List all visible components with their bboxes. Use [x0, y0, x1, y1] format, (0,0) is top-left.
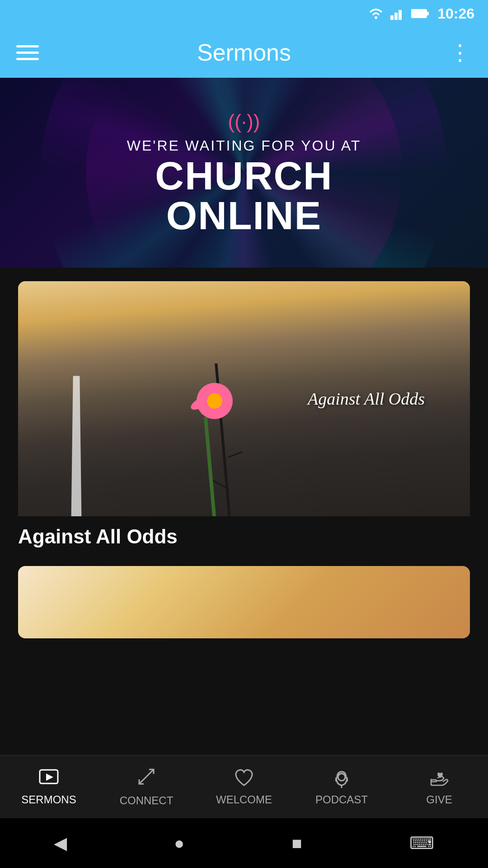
content-area: Against All Odds Against All Odds [0, 268, 488, 665]
flower-head [197, 383, 233, 419]
nav-label-welcome: WELCOME [216, 793, 272, 806]
android-recents-button[interactable]: ■ [292, 834, 302, 853]
nav-item-welcome[interactable]: WELCOME [195, 768, 293, 806]
svg-rect-1 [390, 15, 394, 20]
sermon-overlay-text-0: Against All Odds [308, 389, 425, 409]
hamburger-menu-button[interactable] [16, 45, 39, 60]
svg-marker-7 [46, 774, 53, 781]
svg-rect-3 [399, 10, 402, 20]
nav-icon-connect [136, 767, 156, 791]
status-time: 10:26 [437, 5, 474, 22]
signal-icon [390, 7, 405, 20]
sermon-card-1[interactable] [18, 566, 470, 638]
banner-content: ((·)) WE'RE WAITING FOR YOU AT CHURCH ON… [127, 110, 361, 236]
nav-label-connect: CONNECT [120, 794, 174, 807]
svg-point-0 [375, 16, 377, 19]
nav-label-podcast: Podcast [315, 793, 368, 806]
broadcast-icon: ((·)) [127, 110, 361, 133]
nav-item-podcast[interactable]: Podcast [293, 768, 390, 806]
nav-item-sermons[interactable]: Sermons [0, 768, 98, 806]
android-keyboard-button[interactable]: ⌨ [409, 833, 434, 853]
bottom-navigation: Sermons CONNECT WELCOME [0, 755, 488, 818]
android-home-button[interactable]: ● [174, 834, 184, 853]
svg-line-9 [146, 769, 154, 777]
wifi-icon [368, 7, 384, 20]
nav-icon-sermons [39, 768, 59, 790]
nav-icon-welcome [234, 768, 254, 790]
status-bar: 10:26 [0, 0, 488, 27]
svg-rect-5 [427, 12, 429, 15]
svg-rect-2 [394, 13, 398, 20]
nav-icon-podcast [332, 768, 352, 790]
nav-label-sermons: Sermons [21, 793, 76, 806]
status-icons [368, 7, 429, 20]
android-back-button[interactable]: ◀ [54, 833, 67, 853]
app-title: Sermons [197, 39, 291, 66]
nav-icon-give [429, 768, 449, 790]
nav-item-give[interactable]: GIVE [390, 768, 488, 806]
nav-label-give: GIVE [426, 793, 452, 806]
svg-rect-4 [411, 9, 427, 18]
banner-title-line1: CHURCH [127, 156, 361, 196]
church-online-banner[interactable]: ((·)) WE'RE WAITING FOR YOU AT CHURCH ON… [0, 78, 488, 268]
banner-title-line2: ONLINE [127, 196, 361, 236]
sermon-card-0[interactable]: Against All Odds Against All Odds [18, 281, 470, 552]
nav-item-connect[interactable]: CONNECT [98, 767, 195, 807]
android-navigation-bar: ◀ ● ■ ⌨ [0, 818, 488, 868]
banner-subtitle: WE'RE WAITING FOR YOU AT [127, 137, 361, 154]
app-bar: Sermons ⋮ [0, 27, 488, 78]
sermon-title-0: Against All Odds [18, 516, 470, 552]
more-options-button[interactable]: ⋮ [449, 40, 472, 65]
sermon-card-image-0: Against All Odds [18, 281, 470, 516]
battery-icon [411, 8, 429, 19]
svg-line-8 [139, 777, 146, 784]
